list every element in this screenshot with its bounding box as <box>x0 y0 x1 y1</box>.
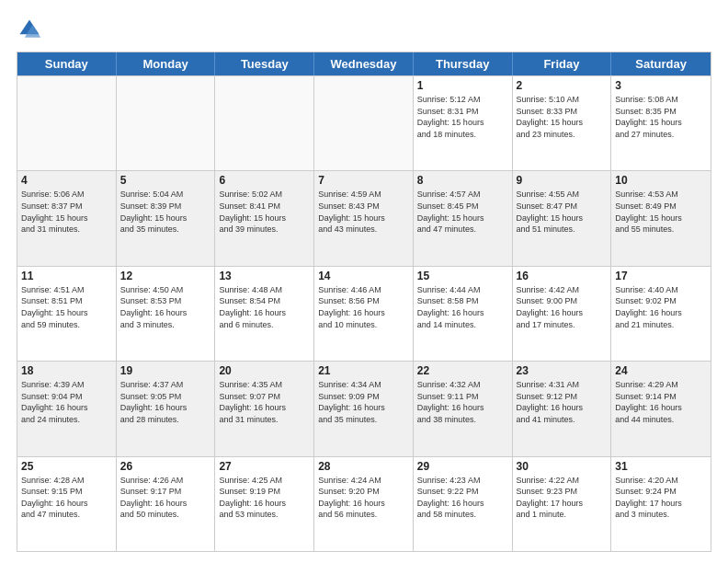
calendar-cell: 9Sunrise: 4:55 AM Sunset: 8:47 PM Daylig… <box>513 171 612 265</box>
day-number: 22 <box>417 364 508 377</box>
calendar-cell: 1Sunrise: 5:12 AM Sunset: 8:31 PM Daylig… <box>414 76 513 170</box>
day-info: Sunrise: 4:53 AM Sunset: 8:49 PM Dayligh… <box>615 189 707 235</box>
calendar-cell: 24Sunrise: 4:29 AM Sunset: 9:14 PM Dayli… <box>611 362 711 455</box>
day-info: Sunrise: 5:08 AM Sunset: 8:35 PM Dayligh… <box>615 94 707 140</box>
day-number: 26 <box>120 460 211 473</box>
calendar-cell <box>314 76 414 170</box>
calendar-cell: 21Sunrise: 4:34 AM Sunset: 9:09 PM Dayli… <box>314 362 414 455</box>
day-info: Sunrise: 4:51 AM Sunset: 8:51 PM Dayligh… <box>21 284 112 330</box>
day-info: Sunrise: 5:06 AM Sunset: 8:37 PM Dayligh… <box>21 189 112 235</box>
calendar-body: 1Sunrise: 5:12 AM Sunset: 8:31 PM Daylig… <box>17 75 711 551</box>
day-info: Sunrise: 4:26 AM Sunset: 9:17 PM Dayligh… <box>120 475 211 521</box>
day-number: 29 <box>417 460 508 473</box>
calendar-cell: 23Sunrise: 4:31 AM Sunset: 9:12 PM Dayli… <box>513 362 612 455</box>
day-info: Sunrise: 4:23 AM Sunset: 9:22 PM Dayligh… <box>417 475 508 521</box>
weekday-header: Wednesday <box>314 52 414 75</box>
calendar-cell: 12Sunrise: 4:50 AM Sunset: 8:53 PM Dayli… <box>117 267 216 361</box>
day-number: 8 <box>417 174 508 187</box>
day-number: 13 <box>219 270 310 282</box>
day-info: Sunrise: 4:57 AM Sunset: 8:45 PM Dayligh… <box>417 189 508 235</box>
day-info: Sunrise: 4:35 AM Sunset: 9:07 PM Dayligh… <box>219 379 310 425</box>
day-info: Sunrise: 4:25 AM Sunset: 9:19 PM Dayligh… <box>219 475 310 521</box>
day-number: 10 <box>615 174 707 187</box>
day-info: Sunrise: 5:04 AM Sunset: 8:39 PM Dayligh… <box>120 189 211 235</box>
calendar-cell: 15Sunrise: 4:44 AM Sunset: 8:58 PM Dayli… <box>414 267 513 361</box>
day-info: Sunrise: 4:20 AM Sunset: 9:24 PM Dayligh… <box>615 475 707 521</box>
calendar-cell: 17Sunrise: 4:40 AM Sunset: 9:02 PM Dayli… <box>611 267 711 361</box>
weekday-header: Friday <box>513 52 612 75</box>
day-number: 21 <box>318 364 409 377</box>
day-info: Sunrise: 4:48 AM Sunset: 8:54 PM Dayligh… <box>219 284 310 330</box>
day-number: 14 <box>318 270 409 282</box>
day-info: Sunrise: 4:39 AM Sunset: 9:04 PM Dayligh… <box>21 379 112 425</box>
day-info: Sunrise: 4:42 AM Sunset: 9:00 PM Dayligh… <box>517 284 608 330</box>
calendar-cell: 8Sunrise: 4:57 AM Sunset: 8:45 PM Daylig… <box>414 171 513 265</box>
calendar-cell: 28Sunrise: 4:24 AM Sunset: 9:20 PM Dayli… <box>314 457 414 551</box>
weekday-header: Sunday <box>17 52 117 75</box>
logo-icon <box>17 17 42 42</box>
calendar-cell: 11Sunrise: 4:51 AM Sunset: 8:51 PM Dayli… <box>17 267 117 361</box>
day-number: 3 <box>615 79 707 92</box>
day-info: Sunrise: 5:12 AM Sunset: 8:31 PM Dayligh… <box>417 94 508 140</box>
day-info: Sunrise: 4:28 AM Sunset: 9:15 PM Dayligh… <box>21 475 112 521</box>
calendar-cell: 30Sunrise: 4:22 AM Sunset: 9:23 PM Dayli… <box>513 457 612 551</box>
day-number: 25 <box>21 460 112 473</box>
calendar-cell: 3Sunrise: 5:08 AM Sunset: 8:35 PM Daylig… <box>611 76 711 170</box>
day-number: 23 <box>517 364 608 377</box>
page: SundayMondayTuesdayWednesdayThursdayFrid… <box>0 0 728 563</box>
day-number: 24 <box>615 364 707 377</box>
day-info: Sunrise: 4:40 AM Sunset: 9:02 PM Dayligh… <box>615 284 707 330</box>
logo <box>17 17 46 42</box>
day-number: 1 <box>417 79 508 92</box>
day-number: 20 <box>219 364 310 377</box>
calendar-cell: 20Sunrise: 4:35 AM Sunset: 9:07 PM Dayli… <box>215 362 314 455</box>
day-info: Sunrise: 4:44 AM Sunset: 8:58 PM Dayligh… <box>417 284 508 330</box>
calendar-row: 4Sunrise: 5:06 AM Sunset: 8:37 PM Daylig… <box>17 170 711 265</box>
calendar-cell: 29Sunrise: 4:23 AM Sunset: 9:22 PM Dayli… <box>414 457 513 551</box>
calendar-cell: 16Sunrise: 4:42 AM Sunset: 9:00 PM Dayli… <box>513 267 612 361</box>
calendar-cell: 27Sunrise: 4:25 AM Sunset: 9:19 PM Dayli… <box>215 457 314 551</box>
day-info: Sunrise: 4:29 AM Sunset: 9:14 PM Dayligh… <box>615 379 707 425</box>
day-number: 31 <box>615 460 707 473</box>
calendar-cell: 4Sunrise: 5:06 AM Sunset: 8:37 PM Daylig… <box>17 171 117 265</box>
day-info: Sunrise: 4:31 AM Sunset: 9:12 PM Dayligh… <box>517 379 608 425</box>
day-number: 19 <box>120 364 211 377</box>
calendar-row: 25Sunrise: 4:28 AM Sunset: 9:15 PM Dayli… <box>17 456 711 551</box>
day-info: Sunrise: 5:10 AM Sunset: 8:33 PM Dayligh… <box>517 94 608 140</box>
calendar-cell: 26Sunrise: 4:26 AM Sunset: 9:17 PM Dayli… <box>117 457 216 551</box>
calendar-cell: 7Sunrise: 4:59 AM Sunset: 8:43 PM Daylig… <box>314 171 414 265</box>
day-number: 6 <box>219 174 310 187</box>
day-number: 4 <box>21 174 112 187</box>
calendar-cell: 6Sunrise: 5:02 AM Sunset: 8:41 PM Daylig… <box>215 171 314 265</box>
calendar-header: SundayMondayTuesdayWednesdayThursdayFrid… <box>17 52 711 75</box>
calendar-row: 18Sunrise: 4:39 AM Sunset: 9:04 PM Dayli… <box>17 361 711 455</box>
calendar-cell: 31Sunrise: 4:20 AM Sunset: 9:24 PM Dayli… <box>611 457 711 551</box>
day-number: 2 <box>517 79 608 92</box>
weekday-header: Saturday <box>611 52 711 75</box>
day-info: Sunrise: 4:37 AM Sunset: 9:05 PM Dayligh… <box>120 379 211 425</box>
day-number: 5 <box>120 174 211 187</box>
day-number: 17 <box>615 270 707 282</box>
calendar-row: 11Sunrise: 4:51 AM Sunset: 8:51 PM Dayli… <box>17 266 711 361</box>
day-info: Sunrise: 4:24 AM Sunset: 9:20 PM Dayligh… <box>318 475 409 521</box>
calendar: SundayMondayTuesdayWednesdayThursdayFrid… <box>17 52 711 552</box>
day-info: Sunrise: 4:59 AM Sunset: 8:43 PM Dayligh… <box>318 189 409 235</box>
calendar-cell: 22Sunrise: 4:32 AM Sunset: 9:11 PM Dayli… <box>414 362 513 455</box>
weekday-header: Tuesday <box>215 52 314 75</box>
calendar-cell: 10Sunrise: 4:53 AM Sunset: 8:49 PM Dayli… <box>611 171 711 265</box>
header <box>17 17 711 42</box>
day-number: 27 <box>219 460 310 473</box>
weekday-header: Monday <box>117 52 216 75</box>
day-number: 7 <box>318 174 409 187</box>
calendar-cell: 25Sunrise: 4:28 AM Sunset: 9:15 PM Dayli… <box>17 457 117 551</box>
day-info: Sunrise: 4:34 AM Sunset: 9:09 PM Dayligh… <box>318 379 409 425</box>
day-number: 12 <box>120 270 211 282</box>
day-number: 15 <box>417 270 508 282</box>
calendar-cell: 13Sunrise: 4:48 AM Sunset: 8:54 PM Dayli… <box>215 267 314 361</box>
day-number: 28 <box>318 460 409 473</box>
calendar-cell: 18Sunrise: 4:39 AM Sunset: 9:04 PM Dayli… <box>17 362 117 455</box>
day-info: Sunrise: 4:46 AM Sunset: 8:56 PM Dayligh… <box>318 284 409 330</box>
day-info: Sunrise: 5:02 AM Sunset: 8:41 PM Dayligh… <box>219 189 310 235</box>
day-number: 9 <box>517 174 608 187</box>
day-info: Sunrise: 4:50 AM Sunset: 8:53 PM Dayligh… <box>120 284 211 330</box>
